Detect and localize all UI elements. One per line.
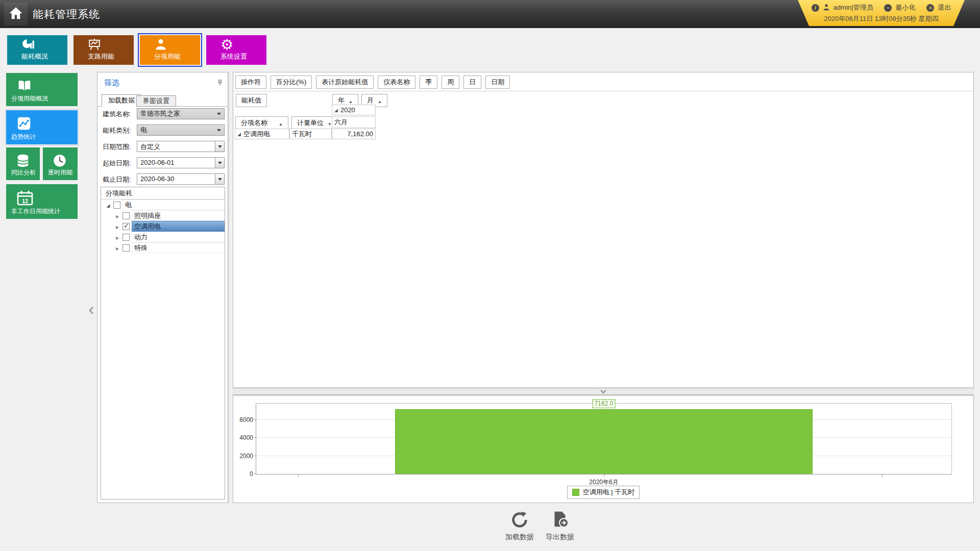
tab-ui-settings[interactable]: 界面设置	[136, 95, 176, 107]
header-user-banner: i admin|管理员 − 最小化 ✕ 退出 2020年06月11日 13时08…	[798, 0, 965, 26]
nav-tile-label: 支路用能	[88, 52, 114, 61]
date-range-select[interactable]: 自定义	[137, 141, 225, 152]
home-button[interactable]	[4, 3, 28, 26]
y-tick-label: 4000	[236, 434, 253, 441]
nav-tile-label: 能耗概况	[21, 52, 48, 61]
row-field-chip-name[interactable]: 分项名称	[235, 116, 288, 130]
expand-icon[interactable]	[105, 201, 111, 209]
checkbox[interactable]	[113, 202, 120, 209]
energy-tree-header: 分项能耗	[101, 187, 225, 199]
end-date-input[interactable]: 2020-06-30	[137, 173, 225, 185]
sidebar-item-subitem-overview[interactable]: 分项用能概况	[6, 73, 78, 106]
filter-tabs: 加载数据 界面设置	[97, 94, 228, 107]
pin-icon[interactable]	[217, 79, 223, 88]
pivot-row-value-cell: 7,162.00	[332, 129, 376, 139]
sidebar-item-nonworkday-statistics[interactable]: 12 非工作日用能统计	[6, 184, 78, 219]
datetime-text: 2020年06月11日 13时08分35秒 星期四	[798, 14, 965, 23]
nav-tile-subitem-energy[interactable]: 分项用能	[140, 35, 200, 65]
sidebar-item-label: 趋势统计	[11, 133, 36, 141]
nav-tile-branch-energy[interactable]: 支路用能	[74, 35, 134, 65]
expand-icon[interactable]	[114, 222, 120, 230]
checkbox[interactable]	[122, 212, 130, 219]
pivot-field-chips: 操作符百分比(%)表计原始能耗值仪表名称季周日日期	[235, 76, 510, 89]
sidebar-item-hourly-energy[interactable]: 逐时用能	[43, 147, 78, 180]
data-field-chip[interactable]: 能耗值	[236, 94, 267, 107]
available-field-chip[interactable]: 日期	[485, 76, 510, 89]
refresh-icon	[510, 522, 529, 531]
end-date-value: 2020-06-30	[137, 174, 215, 184]
available-field-chip[interactable]: 百分比(%)	[271, 76, 312, 89]
field-label: 建筑名称:	[103, 110, 131, 119]
tree-item[interactable]: 特殊	[101, 242, 225, 253]
sidebar-item-label: 逐时用能	[48, 168, 72, 177]
date-range-value: 自定义	[137, 141, 215, 152]
pivot-year-group-cell[interactable]: 2020	[332, 105, 376, 115]
nav-tile-energy-overview[interactable]: 能耗概况	[7, 35, 67, 65]
logout-button[interactable]: 退出	[938, 3, 951, 12]
calendar-icon: 12	[16, 190, 34, 208]
nav-tile-system-settings[interactable]: ⚙ 系统设置	[206, 35, 266, 65]
expand-icon[interactable]	[114, 233, 120, 241]
available-field-chip[interactable]: 日	[463, 76, 481, 89]
dropdown-button[interactable]	[215, 141, 224, 152]
svg-text:12: 12	[22, 198, 28, 204]
available-field-chip[interactable]: 周	[442, 76, 459, 89]
chart-bar[interactable]	[395, 409, 812, 474]
info-icon[interactable]: i	[812, 4, 819, 12]
pivot-row-name-cell[interactable]: 空调用电	[235, 129, 289, 139]
close-icon[interactable]: ✕	[926, 4, 934, 12]
load-data-button[interactable]: 加载数据	[501, 510, 538, 542]
tree-item-label: 照明插座	[132, 210, 225, 221]
pivot-month-cell: 六月	[332, 116, 376, 128]
chart-splitter[interactable]	[233, 388, 974, 395]
bar-value-label: 7162.0	[593, 399, 616, 408]
y-tick-mark	[254, 456, 256, 456]
export-icon	[550, 522, 570, 531]
available-field-chip[interactable]: 操作符	[235, 76, 266, 89]
export-data-button[interactable]: 导出数据	[541, 510, 579, 542]
energy-tree: 分项能耗 电 照明插座空调用电动力特殊	[101, 187, 225, 499]
available-field-chip[interactable]: 仪表名称	[378, 76, 415, 89]
collapse-panel-chevron-left-icon[interactable]: ‹	[86, 300, 97, 317]
start-date-input[interactable]: 2020-06-01	[137, 157, 225, 168]
minimize-icon[interactable]: −	[884, 4, 892, 12]
tree-item[interactable]: 空调用电	[101, 221, 225, 232]
field-row-energy-type: 能耗类别: 电	[97, 124, 228, 136]
presentation-chart-icon	[88, 38, 101, 53]
user-name: admin|管理员	[834, 3, 873, 12]
tree-item-label: 电	[122, 199, 225, 210]
x-tick-mark	[298, 474, 299, 477]
sort-asc-icon	[345, 97, 353, 105]
x-tick-mark	[604, 474, 604, 477]
row-field-chip-unit[interactable]: 计量单位	[291, 116, 332, 130]
dropdown-button[interactable]	[215, 174, 224, 184]
y-tick-label: 2000	[236, 453, 253, 460]
checkbox[interactable]	[122, 223, 130, 230]
checkbox[interactable]	[122, 234, 130, 241]
tree-item-label: 特殊	[132, 242, 225, 253]
building-name-select[interactable]: 常德市民之家	[137, 108, 225, 119]
tree-item-root[interactable]: 电	[101, 199, 225, 210]
minimize-button[interactable]: 最小化	[895, 3, 915, 12]
filter-panel-title: 筛选	[104, 78, 119, 88]
pivot-row-unit-cell: 千瓦时	[289, 129, 332, 139]
y-tick-label: 6000	[236, 416, 253, 423]
dropdown-button[interactable]	[215, 158, 224, 168]
y-tick-label: 0	[236, 470, 253, 478]
home-icon	[8, 6, 23, 23]
tab-load-data[interactable]: 加载数据	[102, 94, 141, 107]
user-icon	[823, 4, 830, 12]
sidebar-item-trend-statistics[interactable]: 趋势统计	[6, 110, 78, 144]
sidebar-item-label: 非工作日用能统计	[11, 207, 60, 216]
tree-item-label: 动力	[132, 232, 225, 242]
tree-item[interactable]: 照明插座	[101, 210, 225, 221]
sort-desc-icon	[324, 119, 332, 127]
available-field-chip[interactable]: 季	[420, 76, 437, 89]
energy-type-select[interactable]: 电	[137, 124, 225, 136]
checkbox[interactable]	[122, 244, 130, 252]
expand-icon[interactable]	[114, 212, 120, 219]
expand-icon[interactable]	[114, 244, 120, 252]
sidebar-item-yoy-analysis[interactable]: 同比分析	[6, 147, 40, 180]
tree-item[interactable]: 动力	[101, 232, 225, 242]
available-field-chip[interactable]: 表计原始能耗值	[316, 76, 374, 89]
